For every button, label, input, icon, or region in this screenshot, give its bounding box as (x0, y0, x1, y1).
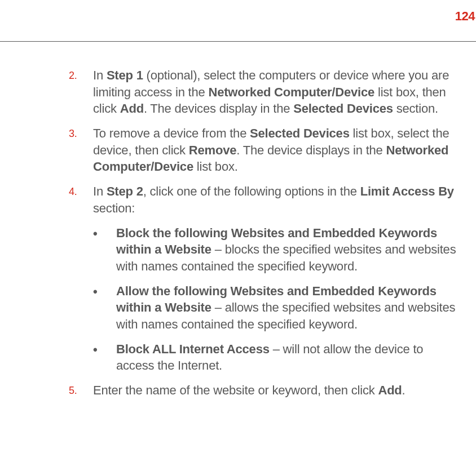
step-4: 4. In Step 2, click one of the following… (69, 183, 460, 216)
bullet-block-all: • Block ALL Internet Access – will not a… (93, 341, 460, 374)
text-run: In (93, 184, 107, 198)
text-run: . (402, 383, 406, 397)
step-number: 3. (69, 127, 77, 140)
bullet-allow-websites: • Allow the following Websites and Embed… (93, 283, 460, 333)
step-2: 2. In Step 1 (optional), select the comp… (69, 67, 460, 117)
bullet-block-websites: • Block the following Websites and Embed… (93, 225, 460, 275)
text-run: section: (93, 201, 135, 215)
bold-text: Block ALL Internet Access (116, 342, 270, 356)
bold-text: Add (378, 383, 402, 397)
bullet-mark: • (93, 225, 98, 242)
bullet-mark: • (93, 341, 98, 358)
step-number: 2. (69, 69, 77, 82)
bullet-mark: • (93, 283, 98, 300)
header-divider (0, 41, 476, 42)
text-run: section. (393, 101, 438, 116)
text-run: . The device displays in the (236, 143, 386, 157)
bold-text: Networked Computer/Device (209, 85, 375, 99)
text-run: Enter the name of the website or keyword… (93, 383, 378, 397)
content-body: 2. In Step 1 (optional), select the comp… (0, 42, 476, 399)
bold-text: Selected Devices (293, 101, 393, 116)
step-number: 5. (69, 384, 77, 397)
bold-text: Selected Devices (250, 126, 350, 140)
header: 124 (0, 0, 476, 42)
bold-text: Add (120, 101, 144, 116)
bold-text: Step 1 (107, 68, 143, 82)
step-5: 5. Enter the name of the website or keyw… (69, 382, 460, 399)
text-run: In (93, 68, 107, 82)
page-number: 124 (455, 9, 475, 24)
text-run: list box. (193, 159, 238, 174)
step-number: 4. (69, 185, 77, 198)
bold-text: Remove (189, 143, 236, 157)
bold-text: Limit Access By (360, 184, 454, 198)
text-run: , click one of the following options in … (143, 184, 360, 198)
step-3: 3. To remove a device from the Selected … (69, 125, 460, 175)
bold-text: Step 2 (107, 184, 143, 198)
text-run: . The devices display in the (144, 101, 293, 116)
text-run: To remove a device from the (93, 126, 250, 140)
